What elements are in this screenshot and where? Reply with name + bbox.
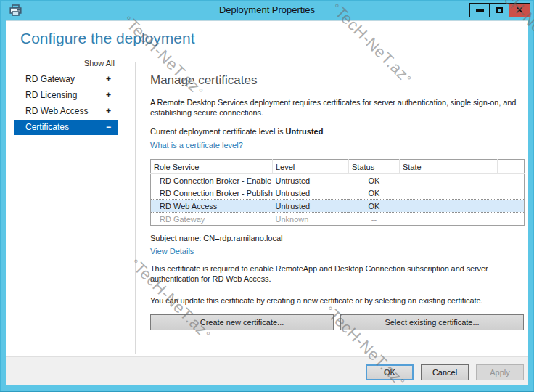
window-title: Deployment Properties [0,0,534,20]
cell-state [400,174,498,187]
cell-role-service: RD Gateway [151,213,273,226]
column-header-empty[interactable] [498,160,525,174]
maximize-button[interactable] [489,3,509,17]
cell-status: -- [349,213,400,226]
collapse-icon[interactable]: − [106,120,111,135]
page-title: Configure the deployment [20,30,195,47]
cell-state [400,187,498,200]
sidebar-item-label: RD Licensing [25,90,77,100]
column-header-status[interactable]: Status [349,160,400,174]
cell-state [400,200,498,213]
close-button[interactable]: ✕ [509,3,530,17]
column-header-role-service[interactable]: Role Service [151,160,273,174]
sidebar-divider [135,62,136,354]
cell-status: OK [349,200,400,213]
sidebar-item-label: RD Web Access [25,106,88,116]
table-row-selected[interactable]: RD Web Access Untrusted OK [151,200,525,213]
deployment-properties-dialog: Deployment Properties ✕ Configure the de… [0,0,534,392]
table-row[interactable]: RD Connection Broker - Publishing Untrus… [151,187,525,200]
apply-button[interactable]: Apply [476,364,524,380]
table-header-row: Role Service Level Status State [151,160,525,174]
certificate-required-text: This certificate is required to enable R… [150,264,524,284]
cell-status: OK [349,187,400,200]
cell-level: Untrusted [273,174,349,187]
create-new-certificate-button[interactable]: Create new certificate... [150,314,334,330]
cancel-button[interactable]: Cancel [421,364,469,380]
table-row[interactable]: RD Connection Broker - Enable Single Sig… [151,174,525,187]
expand-icon[interactable]: + [106,88,111,103]
update-certificate-text: You can update this certificate by creat… [150,295,524,306]
close-icon: ✕ [516,6,523,15]
column-header-state[interactable]: State [400,160,498,174]
cell-level: Unknown [273,213,349,226]
sidebar-item-label: RD Gateway [25,74,75,84]
sidebar: RD Gateway + RD Licensing + RD Web Acces… [6,72,135,136]
titlebar-drag-area[interactable]: Deployment Properties ✕ [0,0,534,20]
expand-icon[interactable]: + [106,104,111,119]
cell-empty [498,200,525,213]
minimize-icon [476,9,484,12]
dialog-content: Configure the deployment Show All RD Gat… [6,20,528,385]
certificate-level-help-link[interactable]: What is a certificate level? [150,141,243,150]
cell-state [400,213,498,226]
ok-button[interactable]: OK [366,364,414,380]
cell-empty [498,174,525,187]
cell-level: Untrusted [273,187,349,200]
certificate-level-prefix: Current deployment certificate level is [150,127,285,136]
select-existing-certificate-button[interactable]: Select existing certificate... [340,314,524,330]
minimize-button[interactable] [469,3,490,17]
expand-icon[interactable]: + [106,72,111,87]
cell-empty [498,213,525,226]
cell-role-service: RD Web Access [151,200,273,213]
sidebar-item-certificates[interactable]: Certificates − [14,120,118,135]
sidebar-item-rd-web-access[interactable]: RD Web Access + [14,104,118,119]
maximize-icon [496,7,503,13]
table-row-disabled[interactable]: RD Gateway Unknown -- [151,213,525,226]
cell-role-service: RD Connection Broker - Enable Single Sig… [151,174,273,187]
certificates-table: Role Service Level Status State RD Conne… [150,159,525,226]
section-title: Manage certificates [150,73,524,88]
show-all-toggle[interactable]: Show All [6,59,115,68]
certificate-level-line: Current deployment certificate level is … [150,127,524,136]
sidebar-item-rd-gateway[interactable]: RD Gateway + [14,72,118,87]
intro-text: A Remote Desktop Services deployment req… [150,97,524,118]
cell-status: OK [349,174,400,187]
sidebar-item-rd-licensing[interactable]: RD Licensing + [14,88,118,103]
cell-level: Untrusted [273,200,349,213]
cell-role-service: RD Connection Broker - Publishing [151,187,273,200]
column-header-level[interactable]: Level [273,160,349,174]
view-details-link[interactable]: View Details [150,247,194,256]
certificate-level-value: Untrusted [285,127,323,136]
main-panel: Manage certificates A Remote Desktop Ser… [150,66,524,330]
cell-empty [498,187,525,200]
subject-name-text: Subject name: CN=rdp.ramilano.local [150,234,524,242]
sidebar-item-label: Certificates [25,122,69,132]
dialog-footer: OK Cancel Apply [6,356,528,385]
